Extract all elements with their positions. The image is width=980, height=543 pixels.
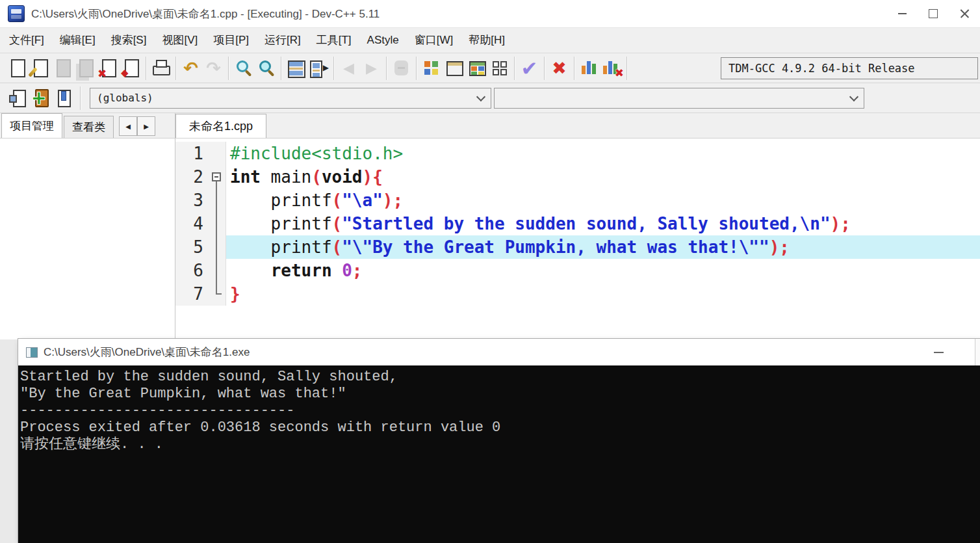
new-file-icon[interactable] xyxy=(6,57,29,79)
fold-margin xyxy=(209,212,226,235)
console-title-bar: C:\Users\火雨\OneDrive\桌面\未命名1.exe xyxy=(18,339,980,365)
fold-collapse-icon[interactable] xyxy=(209,165,226,189)
fold-margin xyxy=(209,142,226,165)
code-line-6[interactable]: 6 return 0; xyxy=(175,259,980,282)
console-minimize-icon[interactable] xyxy=(934,352,944,353)
toolbar-group xyxy=(281,57,334,80)
toolbar-group xyxy=(387,57,417,80)
toolbar-group xyxy=(574,57,627,80)
line-number: 6 xyxy=(175,259,209,282)
line-number: 7 xyxy=(175,282,209,306)
console-line: -------------------------------- xyxy=(20,403,980,419)
tab-scroll-left-button[interactable]: ◀ xyxy=(119,116,137,136)
tab-scroll-right-button[interactable]: ▶ xyxy=(137,116,155,136)
console-maximize-icon[interactable] xyxy=(975,339,980,365)
menu-item-5[interactable]: 运行[R] xyxy=(257,28,309,53)
delete-profiling-icon[interactable] xyxy=(600,57,623,79)
chevron-down-icon xyxy=(476,92,485,101)
maximize-icon[interactable] xyxy=(918,0,949,27)
stop-execution-icon[interactable]: ✖ xyxy=(548,57,571,79)
main-toolbar-groups: ↶↷◀▶✔✖ xyxy=(0,57,627,80)
fold-margin xyxy=(209,259,226,282)
console-app-icon xyxy=(26,347,38,358)
console-line: Startled by the sudden sound, Sally shou… xyxy=(20,369,980,386)
menu-item-1[interactable]: 编辑[E] xyxy=(52,28,103,53)
code-text: return 0; xyxy=(226,259,980,282)
new-project-icon[interactable] xyxy=(420,57,443,79)
save-icon xyxy=(51,57,74,79)
close-all-icon[interactable] xyxy=(120,57,142,79)
code-line-5[interactable]: 5 printf("\"By the Great Pumpkin, what w… xyxy=(175,235,980,259)
editor-tab-bar: 未命名1.cpp xyxy=(175,113,980,139)
minimize-icon[interactable] xyxy=(886,0,918,27)
find-icon[interactable] xyxy=(232,57,255,79)
toolbar-group: ✔ xyxy=(515,57,545,80)
close-icon[interactable] xyxy=(949,0,980,27)
print-icon[interactable] xyxy=(149,57,172,79)
secondary-toolbar-icons xyxy=(0,86,81,110)
window-title: C:\Users\火雨\OneDrive\桌面\未命名1.cpp - [Exec… xyxy=(31,7,380,21)
editor-area: 未命名1.cpp 1#include<stdio.h>2int main(voi… xyxy=(175,113,980,339)
toolbar-group xyxy=(417,57,515,80)
menu-item-3[interactable]: 视图[V] xyxy=(154,28,205,53)
tab-project-manager[interactable]: 项目管理 xyxy=(1,113,62,138)
code-line-3[interactable]: 3 printf("\a"); xyxy=(175,189,980,212)
line-number: 2 xyxy=(175,165,209,189)
fold-margin xyxy=(209,189,226,212)
new-window-icon[interactable] xyxy=(443,57,465,79)
toggle-breakpoint-icon xyxy=(390,57,413,79)
devcpp-window: C:\Users\火雨\OneDrive\桌面\未命名1.cpp - [Exec… xyxy=(0,0,980,543)
console-line: 请按任意键继续. . . xyxy=(20,436,980,453)
code-line-7[interactable]: 7} xyxy=(175,282,980,306)
console-window-title: C:\Users\火雨\OneDrive\桌面\未命名1.exe xyxy=(44,345,250,360)
menu-item-9[interactable]: 帮助[H] xyxy=(461,28,513,53)
goto-declaration-icon[interactable] xyxy=(6,86,29,109)
undo-icon[interactable]: ↶ xyxy=(179,57,202,79)
code-line-4[interactable]: 4 printf("Startled by the sudden sound, … xyxy=(175,212,980,235)
line-number: 4 xyxy=(175,212,209,235)
swap-header-source-icon[interactable] xyxy=(307,57,330,79)
window-controls xyxy=(886,0,980,27)
toolbar-group xyxy=(3,57,146,80)
project-tree[interactable] xyxy=(0,139,175,339)
toggle-bookmark-icon[interactable] xyxy=(52,86,75,109)
menu-bar: 文件[F]编辑[E]搜索[S]视图[V]项目[P]运行[R]工具[T]AStyl… xyxy=(0,28,980,53)
left-panel-tabs: 项目管理 查看类 ◀ ▶ xyxy=(0,113,175,139)
console-window: C:\Users\火雨\OneDrive\桌面\未命名1.exe Startle… xyxy=(18,339,980,543)
console-output[interactable]: Startled by the sudden sound, Sally shou… xyxy=(18,365,980,543)
line-number: 5 xyxy=(175,235,209,259)
line-number: 1 xyxy=(175,142,209,165)
class-browser-select[interactable]: (globals) xyxy=(90,88,491,109)
code-editor[interactable]: 1#include<stdio.h>2int main(void){3 prin… xyxy=(175,139,980,339)
split-editor-icon[interactable] xyxy=(285,57,307,79)
main-toolbar: ↶↷◀▶✔✖ TDM-GCC 4.9.2 64-bit Release xyxy=(0,53,980,83)
editor-tab[interactable]: 未命名1.cpp xyxy=(175,114,266,138)
profile-analysis-icon[interactable] xyxy=(578,57,600,79)
code-text: } xyxy=(226,282,980,306)
menu-item-0[interactable]: 文件[F] xyxy=(1,28,52,53)
title-bar: C:\Users\火雨\OneDrive\桌面\未命名1.cpp - [Exec… xyxy=(0,0,980,28)
secondary-toolbar: (globals) xyxy=(0,83,980,113)
tab-scroll-buttons: ◀ ▶ xyxy=(119,116,155,136)
menu-item-6[interactable]: 工具[T] xyxy=(309,28,359,53)
package-manager-icon[interactable] xyxy=(488,57,511,79)
close-file-icon[interactable] xyxy=(97,57,120,79)
replace-icon[interactable] xyxy=(255,57,277,79)
compile-icon[interactable]: ✔ xyxy=(518,57,541,79)
menu-item-2[interactable]: 搜索[S] xyxy=(103,28,155,53)
line-number: 3 xyxy=(175,189,209,212)
project-options-icon[interactable] xyxy=(465,57,488,79)
member-select[interactable] xyxy=(494,88,864,109)
code-text: printf("\"By the Great Pumpkin, what was… xyxy=(226,235,980,259)
code-line-2[interactable]: 2int main(void){ xyxy=(175,165,980,189)
tab-class-viewer[interactable]: 查看类 xyxy=(64,116,114,138)
menu-item-4[interactable]: 项目[P] xyxy=(205,28,257,53)
main-body: 项目管理 查看类 ◀ ▶ 未命名1.cpp 1#include<stdio.h>… xyxy=(0,113,980,339)
compiler-select[interactable]: TDM-GCC 4.9.2 64-bit Release xyxy=(721,57,978,79)
code-text: #include<stdio.h> xyxy=(226,142,980,165)
menu-item-7[interactable]: AStyle xyxy=(359,28,407,53)
new-unit-icon[interactable] xyxy=(29,86,52,109)
menu-item-8[interactable]: 窗口[W] xyxy=(407,28,461,53)
code-line-1[interactable]: 1#include<stdio.h> xyxy=(175,142,980,165)
open-file-icon[interactable] xyxy=(29,57,51,79)
